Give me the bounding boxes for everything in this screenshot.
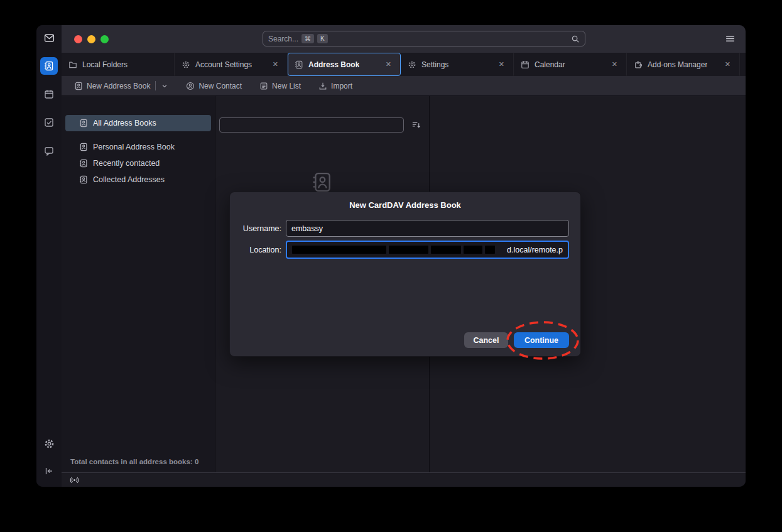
spaces-toolbar <box>36 25 62 487</box>
k-key-badge: K <box>317 34 328 43</box>
new-contact-label: New Contact <box>198 82 242 90</box>
redaction-bar <box>292 246 386 254</box>
close-tab-icon[interactable]: ✕ <box>383 59 394 70</box>
location-input[interactable]: d.local/remote.p <box>286 241 569 259</box>
tab-label: Address Book <box>308 60 359 69</box>
search-placeholder: Search... <box>268 35 298 43</box>
dialog-title: New CardDAV Address Book <box>230 200 580 210</box>
tab-address-book[interactable]: Address Book ✕ <box>288 53 401 76</box>
redaction-bar <box>431 246 461 254</box>
settings-gear-icon[interactable] <box>40 435 58 452</box>
new-address-book-label: New Address Book <box>87 82 150 90</box>
redaction-bar <box>464 246 482 254</box>
display-options-icon[interactable] <box>411 120 421 129</box>
address-book-icon <box>79 175 88 184</box>
traffic-lights <box>74 35 109 43</box>
location-label: Location: <box>241 246 281 254</box>
tab-addons-manager[interactable]: Add-ons Manager ✕ <box>627 53 740 76</box>
titlebar: Search... ⌘ K <box>62 25 746 53</box>
redaction-bar <box>485 246 495 254</box>
close-tab-icon[interactable]: ✕ <box>496 59 507 70</box>
location-visible-text: d.local/remote.p <box>507 246 563 254</box>
cancel-button[interactable]: Cancel <box>464 332 508 348</box>
sidebar-item-all-address-books[interactable]: All Address Books <box>65 115 211 131</box>
dialog-buttons: Cancel Continue <box>464 332 569 348</box>
new-list-button[interactable]: New List <box>256 80 305 92</box>
tab-account-settings[interactable]: Account Settings ✕ <box>175 53 288 76</box>
tab-settings[interactable]: Settings ✕ <box>401 53 514 76</box>
continue-button[interactable]: Continue <box>514 332 569 348</box>
sidebar-item-label: Personal Address Book <box>93 143 175 151</box>
close-tab-icon[interactable]: ✕ <box>270 59 281 70</box>
address-books-sidebar: All Address Books Personal Address Book … <box>62 96 215 472</box>
new-contact-icon <box>186 82 195 90</box>
sidebar-item-collected-addresses[interactable]: Collected Addresses <box>65 171 211 188</box>
network-status-icon <box>70 475 79 485</box>
new-address-book-button[interactable]: New Address Book <box>70 79 172 92</box>
location-row: Location: d.local/remote.p <box>241 241 569 259</box>
sidebar-item-label: All Address Books <box>93 119 156 128</box>
address-book-icon <box>295 60 303 69</box>
import-button[interactable]: Import <box>315 80 356 92</box>
tab-calendar[interactable]: Calendar ✕ <box>514 53 627 76</box>
sidebar-item-personal-address-book[interactable]: Personal Address Book <box>65 139 211 155</box>
tab-label: Account Settings <box>195 60 252 69</box>
empty-contacts-placeholder-icon <box>312 171 333 193</box>
new-list-icon <box>259 82 268 90</box>
tab-local-folders[interactable]: Local Folders <box>62 53 175 76</box>
sidebar-item-label: Recently contacted <box>93 159 160 168</box>
calendar-space-icon[interactable] <box>40 85 58 103</box>
import-label: Import <box>331 82 352 90</box>
username-label: Username: <box>241 224 281 233</box>
address-book-icon <box>79 143 88 151</box>
calendar-icon <box>521 60 529 69</box>
close-tab-icon[interactable]: ✕ <box>722 59 733 70</box>
close-tab-icon[interactable]: ✕ <box>609 59 620 70</box>
new-carddav-dialog: New CardDAV Address Book Username: Locat… <box>229 192 581 357</box>
sidebar-item-recently-contacted[interactable]: Recently contacted <box>65 155 211 171</box>
contacts-search-input[interactable] <box>219 117 404 133</box>
address-book-icon <box>74 82 83 90</box>
tasks-space-icon[interactable] <box>40 114 58 131</box>
global-search-input[interactable]: Search... ⌘ K <box>263 31 585 46</box>
app-menu-icon[interactable] <box>725 33 736 44</box>
folder-icon <box>68 60 77 69</box>
username-row: Username: <box>241 220 569 237</box>
total-contacts-status: Total contacts in all address books: 0 <box>70 458 198 465</box>
gear-icon <box>182 60 190 69</box>
tab-bar: Local Folders Account Settings ✕ Address… <box>62 53 746 76</box>
mail-space-icon[interactable] <box>40 29 58 46</box>
status-bar <box>62 472 746 487</box>
gear-icon <box>408 60 416 69</box>
sidebar-item-label: Collected Addresses <box>93 175 165 184</box>
new-contact-button[interactable]: New Contact <box>182 80 246 92</box>
app-window: Search... ⌘ K Local Folders Account Sett… <box>36 25 746 487</box>
redaction-bar <box>389 246 428 254</box>
tab-label: Settings <box>421 60 448 69</box>
chevron-down-icon[interactable] <box>161 82 168 90</box>
desktop: { "titlebar": { "search_placeholder": "S… <box>0 0 782 532</box>
address-book-toolbar: New Address Book New Contact New List Im… <box>62 76 746 96</box>
tab-label: Calendar <box>535 60 565 69</box>
import-icon <box>318 82 327 90</box>
puzzle-icon <box>634 60 643 69</box>
search-icon <box>571 35 580 43</box>
tab-label: Local Folders <box>82 60 128 69</box>
minimize-window-button[interactable] <box>87 35 95 43</box>
address-book-icon <box>79 119 88 128</box>
split-button-divider <box>155 81 156 90</box>
zoom-window-button[interactable] <box>100 35 109 43</box>
tab-label: Add-ons Manager <box>648 60 707 69</box>
chat-space-icon[interactable] <box>40 142 58 160</box>
address-book-icon <box>79 159 88 168</box>
username-input[interactable] <box>286 220 569 237</box>
address-book-space-icon[interactable] <box>40 57 58 75</box>
cmd-key-badge: ⌘ <box>301 34 314 43</box>
collapse-spaces-icon[interactable] <box>40 462 58 480</box>
close-window-button[interactable] <box>74 35 82 43</box>
new-list-label: New List <box>272 82 301 90</box>
